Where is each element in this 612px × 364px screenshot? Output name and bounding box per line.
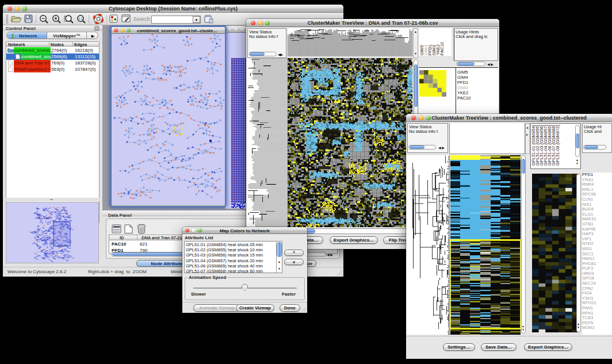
svg-text:1:1: 1:1 — [78, 17, 83, 20]
